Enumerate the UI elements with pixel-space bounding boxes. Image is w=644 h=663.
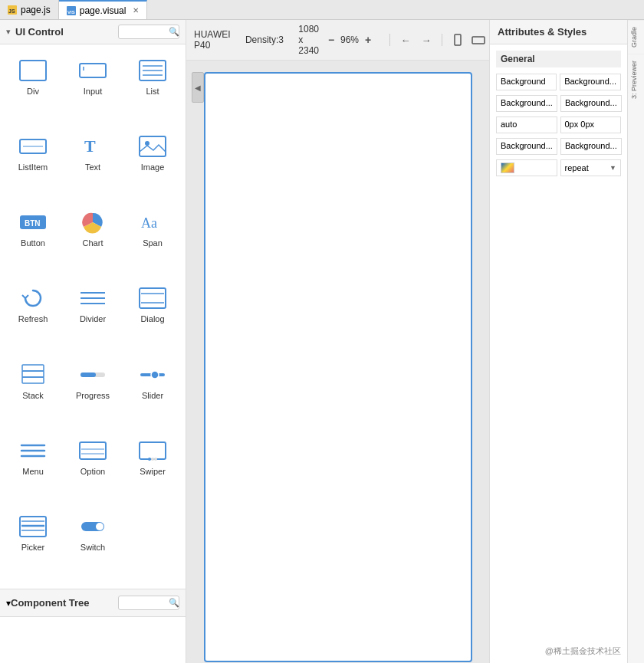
tab-page-js[interactable]: JS page.js — [0, 0, 59, 19]
ui-control-header: ▾ UI Control 🔍 — [0, 20, 186, 44]
component-tree-search-input[interactable] — [123, 599, 169, 608]
control-switch[interactable]: Switch — [63, 507, 123, 583]
ui-control-search-input[interactable] — [123, 28, 169, 37]
component-tree-body — [0, 617, 186, 663]
control-text[interactable]: T Text — [63, 126, 123, 202]
divider-icon — [77, 284, 108, 312]
position-value[interactable]: 0px 0px — [560, 117, 622, 133]
search-icon: 🔍 — [169, 27, 179, 37]
list-icon — [137, 57, 168, 84]
component-tree-section: ▾ Component Tree 🔍 — [0, 589, 186, 663]
span-label: Span — [143, 238, 163, 248]
picker-icon — [18, 513, 48, 540]
switch-label: Switch — [80, 543, 105, 552]
bg-preview — [501, 162, 514, 173]
svg-rect-48 — [455, 34, 461, 45]
span-icon: Aa — [137, 208, 168, 236]
svg-rect-26 — [22, 371, 44, 377]
right-panel: Attributes & Styles General Background B… — [489, 20, 627, 663]
svg-text:BTN: BTN — [25, 219, 41, 228]
control-slider[interactable]: Slider — [123, 355, 182, 431]
svg-text:VIS: VIS — [67, 10, 75, 15]
control-refresh[interactable]: Refresh — [3, 278, 63, 354]
density-separator — [237, 34, 239, 45]
toolbar-divider-2 — [442, 34, 442, 46]
svg-point-47 — [96, 523, 104, 530]
phone-portrait-icon[interactable] — [449, 31, 466, 48]
device-name: HUAWEI P40 — [194, 29, 231, 51]
previewer-tab[interactable]: 3: Previewer — [628, 54, 644, 105]
phone-landscape-icon[interactable] — [470, 31, 487, 48]
tab-page-visual[interactable]: VIS page.visual ✕ — [59, 0, 148, 19]
control-swiper[interactable]: Swiper — [123, 431, 182, 507]
repeat-dropdown-arrow[interactable]: ▼ — [610, 164, 616, 172]
expand-arrow-icon[interactable]: ▾ — [6, 27, 11, 37]
svg-text:Aa: Aa — [141, 215, 157, 231]
collapse-canvas-left[interactable]: ◀ — [192, 72, 204, 103]
menu-icon — [18, 437, 48, 464]
control-picker[interactable]: Picker — [3, 507, 63, 583]
attr-row-background3: Background... Background... — [496, 138, 621, 155]
control-div[interactable]: Div — [3, 51, 63, 126]
stack-icon — [18, 361, 48, 389]
image-icon — [137, 133, 168, 160]
component-tree-search[interactable]: 🔍 — [118, 596, 179, 610]
zoom-in-button[interactable]: + — [362, 34, 374, 46]
dialog-label: Dialog — [140, 314, 164, 323]
repeat-cell[interactable]: repeat ▼ — [560, 159, 622, 176]
component-tree-header: ▾ Component Tree 🔍 — [0, 589, 186, 617]
control-input[interactable]: Input — [63, 51, 123, 126]
option-label: Option — [80, 467, 105, 476]
div-label: Div — [27, 87, 39, 96]
control-stack[interactable]: Stack — [3, 355, 63, 431]
auto-value[interactable]: auto — [496, 117, 557, 133]
control-option[interactable]: Option — [63, 431, 123, 507]
control-progress[interactable]: Progress — [63, 355, 123, 431]
slider-icon — [137, 361, 168, 389]
control-chart[interactable]: Chart — [63, 202, 123, 278]
svg-point-31 — [151, 371, 159, 379]
canvas-toolbar: HUAWEI P40 Density:3 1080 x 2340 − 96% +… — [186, 20, 489, 61]
control-image[interactable]: Image — [123, 126, 182, 202]
js-file-icon: JS — [8, 5, 17, 15]
progress-icon — [77, 361, 108, 389]
left-panel: ▾ UI Control 🔍 Div Input — [0, 20, 186, 663]
control-divider[interactable]: Divider — [63, 278, 123, 354]
control-dialog[interactable]: Dialog — [123, 278, 182, 354]
svg-rect-29 — [80, 373, 96, 377]
toolbar-divider-1 — [389, 34, 390, 46]
controls-grid: Div Input List ListItem — [0, 44, 186, 589]
svg-point-39 — [148, 458, 151, 461]
far-right-sidebar: Gradle 3: Previewer — [627, 20, 644, 663]
control-list[interactable]: List — [123, 51, 182, 126]
slider-label: Slider — [142, 391, 163, 400]
svg-rect-35 — [80, 442, 106, 459]
svg-rect-4 — [20, 61, 46, 80]
button-icon: BTN — [18, 208, 48, 236]
zoom-out-button[interactable]: − — [325, 34, 337, 46]
gradle-tab[interactable]: Gradle — [628, 20, 644, 54]
toolbar-icons: ← → — [386, 31, 489, 48]
close-tab-icon[interactable]: ✕ — [133, 6, 139, 15]
background-value[interactable]: Background... — [560, 74, 621, 90]
undo-button[interactable]: ← — [397, 31, 414, 48]
control-menu[interactable]: Menu — [3, 431, 63, 507]
ui-control-search[interactable]: 🔍 — [118, 25, 179, 39]
control-span[interactable]: Aa Span — [123, 202, 182, 278]
background2-label: Background... — [496, 95, 557, 112]
dialog-icon — [137, 284, 168, 312]
option-icon — [77, 437, 108, 464]
svg-rect-27 — [22, 365, 44, 371]
control-button[interactable]: BTN Button — [3, 202, 63, 278]
listitem-label: ListItem — [18, 162, 48, 172]
attributes-panel-title: Attributes & Styles — [490, 20, 627, 44]
background3-value[interactable]: Background... — [560, 138, 622, 155]
control-listitem[interactable]: ListItem — [3, 126, 63, 202]
image-label: Image — [141, 162, 165, 172]
background3-label: Background... — [496, 138, 557, 155]
background2-value[interactable]: Background... — [560, 95, 622, 112]
redo-button[interactable]: → — [418, 31, 435, 48]
resolution: 1080 x 2340 — [298, 24, 319, 56]
bg-image-cell[interactable] — [496, 159, 557, 176]
tab-bar: JS page.js VIS page.visual ✕ — [0, 0, 644, 20]
